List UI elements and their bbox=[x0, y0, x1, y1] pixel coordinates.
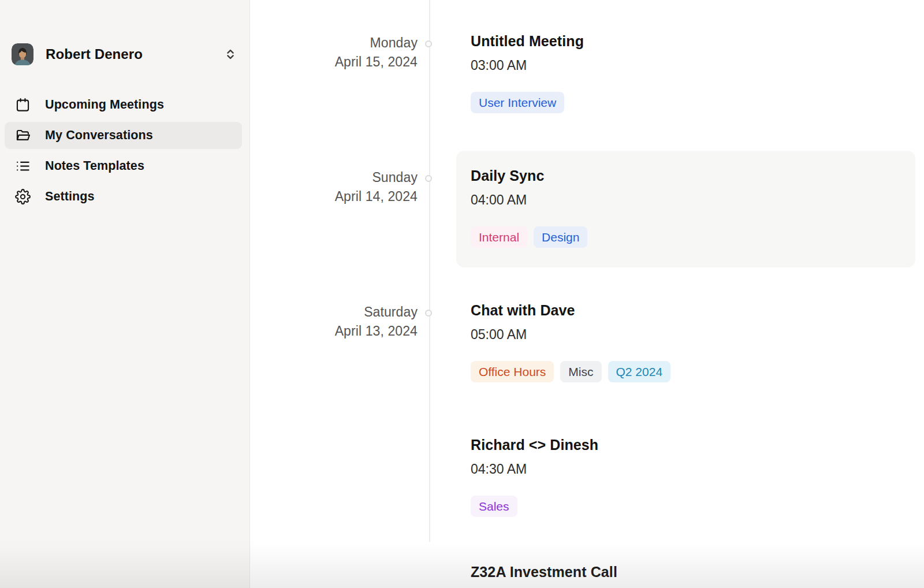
sidebar-item-label: My Conversations bbox=[45, 128, 153, 143]
date-group: Sunday April 14, 2024 bbox=[256, 168, 418, 206]
tag-internal[interactable]: Internal bbox=[471, 226, 527, 248]
account-chevron-updown-icon[interactable] bbox=[224, 47, 237, 61]
date-day: Sunday bbox=[256, 168, 418, 187]
meeting-title: Daily Sync bbox=[471, 166, 915, 185]
sidebar-item-label: Settings bbox=[45, 189, 95, 204]
meeting-time: 04:30 AM bbox=[471, 460, 915, 478]
avatar bbox=[12, 43, 33, 65]
sidebar-item-my-conversations[interactable]: My Conversations bbox=[5, 122, 242, 149]
meeting-card-richard-dinesh[interactable]: Richard <> Dinesh 04:30 AM Sales bbox=[456, 420, 915, 533]
account-switcher[interactable]: Robert Denero bbox=[12, 42, 237, 67]
meeting-card-daily-sync[interactable]: Daily Sync 04:00 AM Internal Design bbox=[456, 151, 915, 267]
meeting-time: 03:00 AM bbox=[471, 57, 915, 74]
date-day: Saturday bbox=[256, 303, 418, 322]
timeline-dot bbox=[425, 175, 432, 182]
meeting-card-chat-with-dave[interactable]: Chat with Dave 05:00 AM Office Hours Mis… bbox=[456, 285, 915, 398]
tag-office-hours[interactable]: Office Hours bbox=[471, 361, 554, 382]
meeting-card-untitled-meeting[interactable]: Untitled Meeting 03:00 AM User Interview bbox=[456, 16, 915, 129]
meeting-title: Z32A Investment Call bbox=[471, 563, 915, 581]
meeting-title: Untitled Meeting bbox=[471, 32, 915, 50]
tag-sales[interactable]: Sales bbox=[471, 496, 517, 517]
sidebar-nav: Upcoming Meetings My Conversations Notes… bbox=[5, 91, 242, 214]
timeline-dot bbox=[425, 40, 432, 47]
meeting-title: Chat with Dave bbox=[471, 301, 915, 319]
sidebar-item-settings[interactable]: Settings bbox=[5, 183, 242, 210]
tag-misc[interactable]: Misc bbox=[560, 361, 601, 382]
date-group: Saturday April 13, 2024 bbox=[256, 303, 418, 341]
date-day: Monday bbox=[256, 34, 418, 53]
sidebar: Robert Denero Upcoming Meetings bbox=[0, 0, 250, 588]
sidebar-item-label: Notes Templates bbox=[45, 159, 144, 173]
date-full: April 14, 2024 bbox=[256, 187, 418, 206]
meeting-tags: Office Hours Misc Q2 2024 bbox=[471, 361, 915, 382]
sidebar-item-notes-templates[interactable]: Notes Templates bbox=[5, 152, 242, 180]
meeting-time: 04:00 AM bbox=[471, 191, 915, 209]
gear-icon bbox=[15, 189, 31, 204]
meeting-title: Richard <> Dinesh bbox=[471, 436, 915, 454]
folder-icon bbox=[15, 128, 31, 143]
meeting-tags: Internal Design bbox=[471, 226, 915, 248]
meeting-time: 05:00 AM bbox=[471, 326, 915, 343]
meeting-card-z32a-investment-call[interactable]: Z32A Investment Call bbox=[456, 547, 915, 588]
tag-q2-2024[interactable]: Q2 2024 bbox=[608, 361, 671, 382]
date-full: April 13, 2024 bbox=[256, 322, 418, 341]
timeline-dot bbox=[425, 310, 432, 317]
sidebar-item-label: Upcoming Meetings bbox=[45, 98, 164, 112]
list-icon bbox=[15, 158, 31, 174]
user-name: Robert Denero bbox=[46, 46, 143, 62]
meeting-tags: User Interview bbox=[471, 92, 915, 113]
date-group: Monday April 15, 2024 bbox=[256, 34, 418, 72]
date-full: April 15, 2024 bbox=[256, 53, 418, 72]
sidebar-item-upcoming-meetings[interactable]: Upcoming Meetings bbox=[5, 91, 242, 118]
calendar-icon bbox=[15, 97, 31, 113]
tag-user-interview[interactable]: User Interview bbox=[471, 92, 564, 113]
meeting-tags: Sales bbox=[471, 496, 915, 517]
tag-design[interactable]: Design bbox=[534, 226, 587, 248]
timeline-line bbox=[429, 0, 430, 542]
conversations-timeline: Monday April 15, 2024 Sunday April 14, 2… bbox=[250, 0, 924, 588]
